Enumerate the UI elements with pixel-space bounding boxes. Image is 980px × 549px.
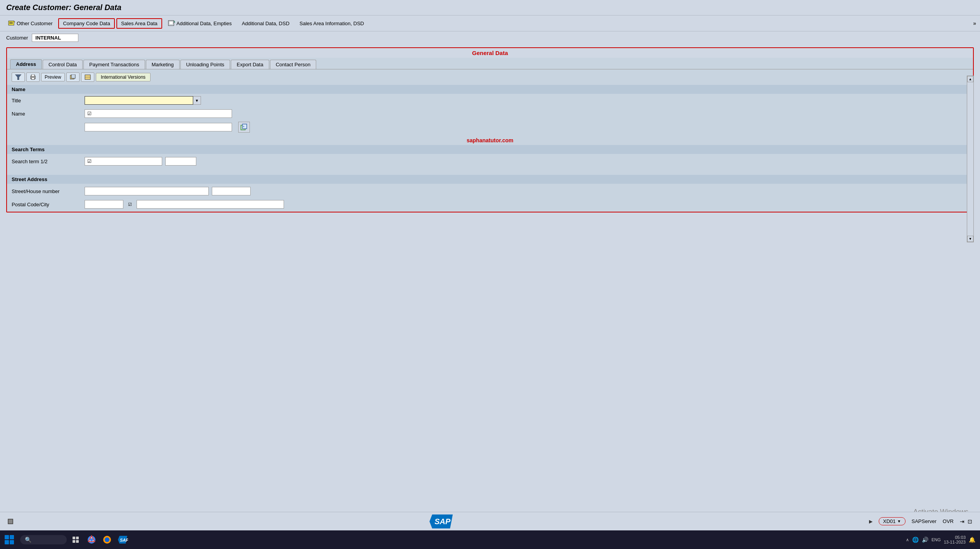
title-row: Title ▼ [7,94,973,107]
street-house-label: Street/House number [12,188,81,194]
other-customer-icon [8,20,15,27]
street-address-header: Street Address [7,175,973,184]
arrow-indicator: ▶ [869,519,873,524]
sap-action-icons: ⇥ ⊡ [960,518,972,525]
notification-icon[interactable]: 🔔 [969,537,975,543]
sap-right-controls: ▶ XD01 ▼ SAPServer OVR ⇥ ⊡ [869,517,972,525]
svg-rect-6 [169,21,173,24]
tab-address[interactable]: Address [10,59,42,69]
search-terms-header: Search Terms [7,145,973,154]
postal-checkbox: ☑ [126,202,133,207]
sap-icon-1[interactable]: ⇥ [960,518,964,525]
taskbar: 🔍 SAP ∧ [0,530,980,549]
company-code-label: Company Code Data [63,21,110,26]
search-term-label: Search term 1/2 [12,159,81,164]
watermark: saphanatutor.com [7,136,973,145]
sap-center: SAP [428,514,455,528]
copy-address-btn[interactable]: + [238,122,250,133]
street-input[interactable] [85,187,209,195]
company-code-data-btn[interactable]: Company Code Data [58,18,114,29]
general-data-title: General Data [7,48,973,58]
tab-payment-transactions[interactable]: Payment Transactions [83,60,145,69]
svg-rect-22 [76,537,79,539]
title-field-wrapper: ▼ [85,96,201,105]
chrome-icon-btn[interactable] [84,530,99,549]
transaction-dropdown[interactable]: ▼ [897,519,901,523]
transaction-btn[interactable]: XD01 ▼ [879,517,905,525]
sap-taskbar-btn[interactable]: SAP [115,530,130,549]
task-view-icon [73,537,80,543]
tab-control-data[interactable]: Control Data [43,60,83,69]
filter-btn[interactable] [12,73,25,82]
house-input[interactable] [212,187,251,195]
search-term-input-2[interactable] [165,157,196,166]
search-term-input[interactable] [85,157,162,166]
sap-icon-2[interactable]: ⊡ [968,518,972,525]
address-copy-btn[interactable] [66,73,80,82]
transaction-code: XD01 [883,518,896,524]
sales-area-info-label: Sales Area Information, DSD [300,21,364,26]
svg-rect-24 [76,540,79,543]
start-button[interactable] [0,530,19,549]
street-house-row: Street/House number [7,184,973,199]
name-input-2[interactable] [85,123,232,131]
nav-more-btn[interactable]: » [973,20,976,26]
print-btn[interactable] [26,73,40,82]
tab-export-data[interactable]: Export Data [231,60,269,69]
sales-area-info-dsd-btn[interactable]: Sales Area Information, DSD [295,19,368,28]
taskbar-search[interactable]: 🔍 [20,535,67,544]
speaker-icon[interactable]: 🔊 [922,537,928,543]
nav-toolbar: Other Customer Company Code Data Sales A… [0,16,980,31]
sap-status-bar: SAP ▶ XD01 ▼ SAPServer OVR ⇥ ⊡ [0,512,980,530]
title-dropdown-arrow[interactable]: ▼ [193,96,201,105]
postal-city-label: Postal Code/City [12,202,81,207]
svg-text:SAP: SAP [435,517,451,526]
time-date-block: 05:03 13-11-2023 [944,535,966,544]
additional-data-empties-btn[interactable]: Additional Data, Empties [164,18,236,29]
title-input[interactable] [85,96,193,105]
tab-unloading-points[interactable]: Unloading Points [180,60,230,69]
intl-versions-btn[interactable] [81,73,94,82]
other-customer-btn[interactable]: Other Customer [4,18,57,29]
svg-marker-8 [15,74,21,80]
postal-input[interactable] [85,200,123,209]
tab-marketing[interactable]: Marketing [146,60,180,69]
tab-contact-person[interactable]: Contact Person [270,60,317,69]
city-input[interactable] [137,200,284,209]
name-input-1[interactable] [85,109,232,118]
preview-btn[interactable]: Preview [41,73,65,81]
svg-rect-10 [31,74,35,76]
scroll-down-btn[interactable]: ▼ [967,236,973,242]
svg-point-29 [105,537,109,542]
windows-logo [5,535,14,544]
intl-icon [85,74,91,80]
sap-left [8,519,13,524]
form-area: Preview Internatio [7,69,973,212]
inner-toolbar: Preview Internatio [7,69,973,85]
tray-expand[interactable]: ∧ [906,537,909,542]
sales-area-label: Sales Area Data [121,21,158,26]
sales-area-data-btn[interactable]: Sales Area Data [116,18,162,29]
scroll-up-btn[interactable]: ▲ [967,76,973,82]
title-text: Create Customer: General Data [6,3,121,12]
customer-value: INTERNAL [32,34,78,42]
chrome-icon [87,535,96,544]
additional-empties-icon [168,20,175,27]
firefox-icon-btn[interactable] [99,530,115,549]
firefox-icon [102,535,112,544]
additional-data-dsd-btn[interactable]: Additional Data, DSD [237,19,294,28]
search-term-row: Search term 1/2 [7,154,973,169]
intl-versions-label-btn[interactable]: International Versions [96,73,151,81]
other-customer-label: Other Customer [17,21,52,26]
task-view-btn[interactable] [68,530,84,549]
sap-taskbar-icon: SAP [117,536,128,544]
sap-logo: SAP [428,514,455,528]
additional-empties-label: Additional Data, Empties [177,21,232,26]
page-title: Create Customer: General Data [0,0,980,16]
name-row: Name [7,107,973,120]
print-icon [30,74,36,80]
customer-label: Customer [6,35,28,41]
additional-dsd-label: Additional Data, DSD [242,21,289,26]
svg-rect-11 [31,78,35,79]
svg-text:SAP: SAP [120,538,128,542]
